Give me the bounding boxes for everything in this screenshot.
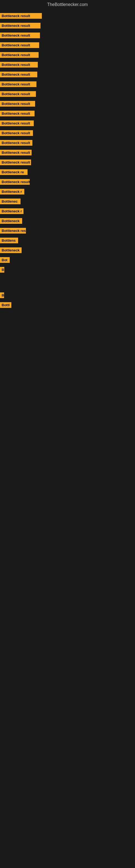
bottleneck-label: Bottlens <box>0 238 18 243</box>
bottleneck-label: Bottleneck r <box>0 189 24 194</box>
bottleneck-label: Bottleneck result <box>0 159 31 165</box>
list-item: Bottleneck r <box>0 207 135 215</box>
bottleneck-label: Bottleneck result <box>0 23 41 29</box>
bottleneck-label: Bottleneck result <box>0 82 37 87</box>
list-item: Bottleneck result <box>0 41 135 49</box>
bottleneck-label: Bottleneck result <box>0 150 32 155</box>
list-item <box>0 397 135 404</box>
list-item: Bottleneck res <box>0 227 135 235</box>
list-item <box>0 444 135 452</box>
list-item: Bottleneck r <box>0 188 135 195</box>
list-item: Bottleneck result <box>0 70 135 78</box>
bottleneck-label: B <box>0 267 4 273</box>
list-item: B <box>0 266 135 273</box>
list-item: Bottleneck result <box>0 129 135 137</box>
bottleneck-label: Bottleneck result <box>0 33 40 38</box>
bottleneck-label: Bottleneck result <box>0 120 34 126</box>
list-item: Bottleneck result <box>0 51 135 59</box>
list-item <box>0 349 135 356</box>
list-item: Bottleneck result <box>0 149 135 156</box>
list-item: Bottleneck result <box>0 110 135 117</box>
list-item: Bottl <box>0 301 135 309</box>
bottleneck-label: Bottleneck result <box>0 140 32 146</box>
list-item: Bottleneck result <box>0 100 135 107</box>
bottleneck-label: Bottleneck <box>0 247 21 253</box>
list-item: Bottleneck re <box>0 168 135 176</box>
list-item: Bottleneck <box>0 246 135 254</box>
bottleneck-label: Bottleneck re <box>0 169 28 175</box>
list-item: Bottleneck result <box>0 90 135 98</box>
list-item <box>0 373 135 380</box>
list-item: Bottleneck result <box>0 158 135 166</box>
list-item <box>0 282 135 289</box>
bottleneck-label: Bottleneck res <box>0 228 26 234</box>
bottleneck-label: B <box>0 292 4 298</box>
list-item: Bottleneck result <box>0 22 135 29</box>
list-item: Bottleneck result <box>0 178 135 186</box>
bottleneck-label: Bottleneck result <box>0 179 30 185</box>
bottleneck-label: Bottleneck <box>0 218 22 224</box>
list-item: Bottleneck result <box>0 61 135 68</box>
bottleneck-label: Bottleneck result <box>0 101 35 106</box>
bottleneck-label: Bottleneck result <box>0 62 38 67</box>
bottleneck-label: Bottleneck result <box>0 91 36 97</box>
bottleneck-label: Bot <box>0 257 10 263</box>
bottleneck-label: Bottleneck result <box>0 72 37 77</box>
site-title: TheBottlenecker.com <box>47 2 88 7</box>
list-item <box>0 325 135 333</box>
list-item: Bottlens <box>0 237 135 244</box>
list-item: Bottleneck result <box>0 119 135 127</box>
bottleneck-label: Bottleneck result <box>0 111 35 116</box>
bottleneck-label: Bottl <box>0 302 11 308</box>
bottleneck-label: Bottleneck result <box>0 42 39 48</box>
page-title: TheBottlenecker.com <box>0 0 135 9</box>
bottleneck-label: Bottleneck result <box>0 13 42 19</box>
list-item <box>0 421 135 428</box>
bottleneck-label: Bottleneck r <box>0 208 24 214</box>
bottleneck-label: Bottleneck result <box>0 130 33 136</box>
list-item: Bottleneck result <box>0 80 135 88</box>
list-item: Bottleneck result <box>0 31 135 39</box>
list-item: Bottlenec <box>0 197 135 205</box>
list-item: Bottleneck result <box>0 139 135 147</box>
list-item: Bottleneck result <box>0 12 135 20</box>
list-item: Bottleneck <box>0 217 135 225</box>
list-item: Bot <box>0 256 135 264</box>
bottleneck-label: Bottleneck result <box>0 52 39 58</box>
list-item: B <box>0 291 135 299</box>
items-container: Bottleneck resultBottleneck resultBottle… <box>0 12 135 452</box>
bottleneck-label: Bottlenec <box>0 198 20 204</box>
